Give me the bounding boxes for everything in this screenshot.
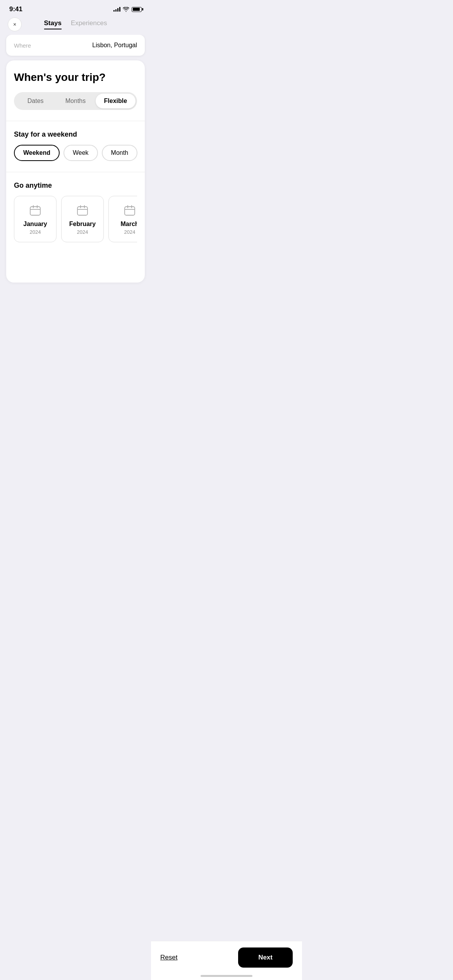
status-time: 9:41 (9, 5, 22, 13)
calendar-icon-february (76, 204, 89, 218)
month-card-march[interactable]: March 2024 (108, 196, 137, 242)
divider-1 (6, 121, 145, 121)
svg-rect-0 (30, 207, 40, 215)
month-year-january: 2024 (30, 229, 41, 235)
wifi-icon (123, 7, 129, 12)
main-tab-group: Stays Experiences (44, 19, 107, 29)
close-button[interactable]: × (8, 17, 22, 31)
month-card-january[interactable]: January 2024 (14, 196, 57, 242)
signal-icon (113, 7, 120, 12)
segment-flexible[interactable]: Flexible (96, 94, 136, 108)
svg-rect-4 (77, 207, 88, 215)
battery-icon (132, 7, 142, 12)
where-value: Lisbon, Portugal (92, 42, 137, 49)
month-name-february: February (69, 221, 96, 228)
header: × Stays Experiences (0, 15, 151, 35)
month-year-february: 2024 (77, 229, 88, 235)
trip-title: When's your trip? (14, 71, 137, 84)
where-card[interactable]: Where Lisbon, Portugal (6, 35, 145, 56)
segment-months[interactable]: Months (55, 94, 95, 108)
month-name-march: March (120, 221, 137, 228)
main-card: When's your trip? Dates Months Flexible … (6, 60, 145, 283)
month-year-march: 2024 (124, 229, 136, 235)
duration-pills: Weekend Week Month (14, 145, 137, 161)
status-icons (113, 7, 142, 12)
calendar-icon-january (28, 204, 42, 218)
go-anytime-title: Go anytime (14, 182, 137, 190)
stay-section-title: Stay for a weekend (14, 130, 137, 139)
pill-weekend[interactable]: Weekend (14, 145, 60, 161)
month-card-february[interactable]: February 2024 (61, 196, 104, 242)
tab-stays[interactable]: Stays (44, 19, 62, 29)
segment-dates[interactable]: Dates (15, 94, 55, 108)
divider-2 (6, 172, 145, 172)
where-label: Where (14, 42, 31, 49)
svg-rect-8 (125, 207, 135, 215)
status-bar: 9:41 (0, 0, 151, 15)
tab-experiences[interactable]: Experiences (71, 19, 107, 29)
pill-month[interactable]: Month (102, 145, 137, 161)
segment-control: Dates Months Flexible (14, 92, 137, 110)
pill-week[interactable]: Week (63, 145, 98, 161)
calendar-icon-march (123, 204, 137, 218)
month-cards: January 2024 February 2024 March 2024 (14, 196, 137, 244)
month-name-january: January (23, 221, 47, 228)
